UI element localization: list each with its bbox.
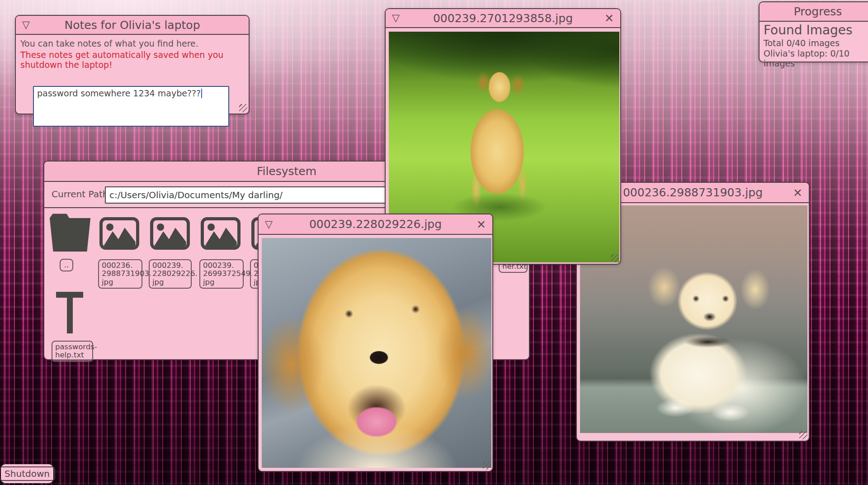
shutdown-button[interactable]: Shutdown [0,466,55,481]
resize-grip[interactable] [611,254,619,262]
notes-titlebar[interactable]: ▽ Notes for Olivia's laptop [16,16,249,35]
file-label-line: jpg [152,278,188,286]
notes-text-value: password somewhere 1234 maybe??? [37,88,201,98]
folder-up-label[interactable]: .. [60,259,73,271]
image-file-icon[interactable] [99,217,139,250]
text-icon-stem [67,292,73,333]
resize-grip[interactable] [799,431,807,439]
image-file-icon[interactable] [201,217,241,250]
notes-body: You can take notes of what you find here… [16,35,249,70]
progress-window: Progress Found Images Total 0/40 images … [759,1,868,62]
desktop: Filesystem Current Path: c:/Users/Olivia… [0,0,868,485]
text-caret [201,89,202,98]
current-path-label: Current Path: [52,189,111,200]
file-label[interactable]: 000239. 228029226. jpg [149,259,192,289]
notes-textarea[interactable]: password somewhere 1234 maybe??? [33,86,229,127]
image-window-title: 000239.2701293858.jpg [386,12,620,25]
image-icon-dot [208,223,215,231]
resize-grip[interactable] [483,461,491,470]
image-window-title: 000239.228029226.jpg [259,218,492,231]
notes-warning-text: These notes get automatically saved when… [20,50,238,70]
file-label-line: passwords- [55,343,90,351]
notes-title: Notes for Olivia's laptop [16,19,249,32]
file-label-line: jpg [102,278,139,286]
image-icon-dot [157,223,164,231]
progress-titlebar[interactable]: Progress [760,2,868,22]
progress-title: Progress [760,5,868,18]
image-window-titlebar[interactable]: ▽ 000239.228029226.jpg ✕ [259,214,492,235]
file-label-line: help.txt [55,351,90,359]
current-path-value: c:/Users/Olivia/Documents/My darling/ [109,190,283,200]
shutdown-panel: Shutdown [1,464,53,483]
image-window-titlebar[interactable]: ▽ 000239.2701293858.jpg ✕ [386,9,620,28]
resize-grip[interactable] [239,104,247,112]
image-file-icon[interactable] [150,217,190,250]
close-icon[interactable]: ✕ [476,219,486,230]
file-label-line: 2988731903. [102,270,139,278]
file-label[interactable]: passwords- help.txt [52,341,93,362]
folder-up-icon[interactable] [48,213,92,252]
file-label-line: 000239. [203,262,240,270]
file-label-line: 000239. [152,262,188,270]
close-icon[interactable]: ✕ [793,187,802,198]
file-label-line: 228029226. [152,270,188,278]
close-icon[interactable]: ✕ [604,13,614,24]
found-images-heading: Found Images [764,23,868,38]
photo-golden-puppy-closeup [262,238,491,468]
text-file-icon[interactable] [56,292,83,333]
file-label-line: 2699372549. [203,270,240,278]
file-label-line: jpg [203,278,240,286]
image-window-000239-228029226: ▽ 000239.228029226.jpg ✕ [258,214,493,472]
file-label-line: .. [63,261,70,269]
laptop-images-count: Olivia's laptop: 0/10 images [764,48,868,68]
image-icon-dot [106,223,113,231]
file-label-line: 000236. [102,262,139,270]
file-label[interactable]: 000239. 2699372549. jpg [199,259,244,289]
total-images-count: Total 0/40 images [764,38,868,48]
notes-info-text: You can take notes of what you find here… [20,38,244,48]
file-label[interactable]: 000236. 2988731903. jpg [98,259,142,289]
notes-window: ▽ Notes for Olivia's laptop You can take… [15,15,250,114]
